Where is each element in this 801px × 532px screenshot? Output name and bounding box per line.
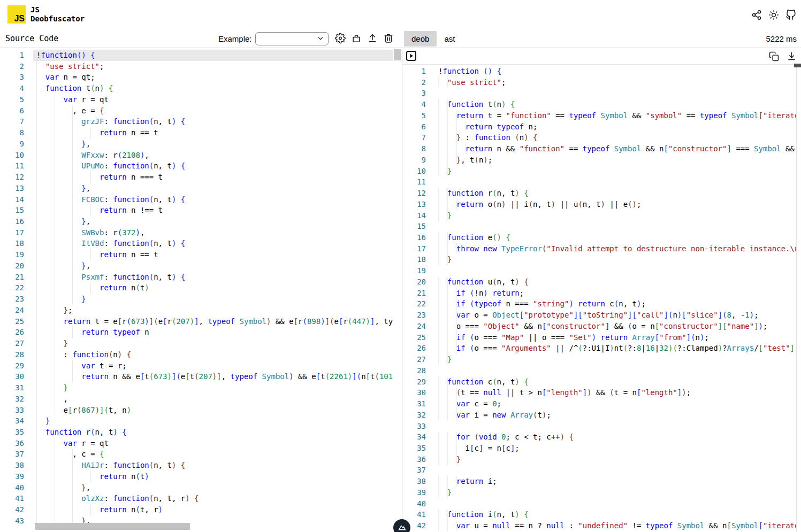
line-number: 41 (0, 493, 24, 504)
run-icon[interactable] (406, 51, 416, 61)
code-line: 9 }, (0, 138, 393, 150)
code-line: 19 return n == t (0, 249, 393, 260)
clean-icon[interactable] (351, 33, 362, 43)
code-line: 22 if (typeof n === "string") return c(n… (403, 298, 797, 310)
code-line: 19 (403, 265, 797, 276)
code-line: 11 (403, 176, 797, 188)
code-line: 40 (403, 498, 797, 510)
line-number: 6 (0, 105, 24, 117)
line-number: 14 (403, 210, 426, 221)
line-number: 2 (0, 61, 24, 72)
upload-icon[interactable] (367, 33, 378, 43)
mountain-icon (396, 522, 408, 532)
line-number: 10 (0, 150, 24, 161)
code-line: 37 (403, 465, 797, 476)
line-number: 16 (0, 216, 24, 227)
code-line: 18 } (403, 254, 797, 265)
theme-sun-icon[interactable] (768, 10, 779, 20)
settings-icon[interactable] (335, 33, 346, 43)
line-number: 8 (403, 143, 426, 155)
code-line: 7 } : function (n) { (403, 132, 797, 143)
line-number: 17 (403, 243, 426, 255)
code-line: 35 function r(n, t) { (0, 427, 393, 438)
line-number: 29 (0, 360, 24, 372)
line-number: 43 (0, 515, 24, 527)
code-line: 6 , e = { (0, 105, 393, 117)
copy-icon[interactable] (768, 51, 779, 61)
github-icon[interactable] (785, 10, 796, 20)
code-line: 6 return typeof n; (403, 121, 797, 133)
example-select[interactable] (255, 32, 329, 45)
code-line: 32 var i = new Array(t); (403, 410, 797, 421)
output-scrollbar-track[interactable] (796, 65, 797, 532)
line-number: 25 (0, 316, 24, 327)
js-logo-text: JS (14, 14, 25, 23)
source-vertical-scrollbar-thumb[interactable] (394, 49, 401, 60)
code-line: 13 return o(n) || i(n, t) || u(n, t) || … (403, 199, 797, 210)
floating-badge[interactable] (393, 519, 410, 532)
line-number: 24 (403, 321, 426, 332)
line-number: 3 (403, 88, 426, 99)
line-number: 35 (0, 427, 24, 438)
line-number: 27 (403, 354, 426, 365)
code-line: 15 return n !== t (0, 205, 393, 216)
view-tabs: deob ast (404, 31, 462, 47)
code-line: 24 o === "Object" && n["constructor"] &&… (403, 321, 797, 332)
code-line: 22 return n(t) (0, 282, 393, 294)
output-actions (768, 51, 797, 61)
code-line: 41 olzXz: function(n, t, r) { (0, 493, 393, 504)
line-number: 11 (403, 176, 426, 188)
tab-deob[interactable]: deob (404, 31, 437, 47)
code-line: 36 var r = qt (0, 438, 393, 449)
line-number: 10 (403, 166, 426, 177)
code-line: 2 "use strict"; (403, 77, 797, 88)
tab-ast[interactable]: ast (437, 31, 462, 47)
line-number: 4 (0, 83, 24, 94)
share-icon[interactable] (751, 10, 762, 20)
js-logo: JS (7, 5, 26, 24)
source-code-lines: 1!function() {2 "use strict";3 var n = q… (0, 50, 393, 532)
code-line: 30 return n && e[t(673)](e[t(207)], type… (0, 371, 393, 382)
line-number: 40 (0, 482, 24, 494)
header-actions (751, 10, 796, 20)
line-number: 36 (403, 454, 426, 465)
code-line: 23 var o = Object["prototype"]["toString… (403, 310, 797, 321)
toolbar-icon-buttons (335, 33, 394, 43)
line-number: 9 (403, 155, 426, 166)
line-number: 27 (0, 338, 24, 349)
line-number: 34 (0, 415, 24, 427)
code-line: 33 e[r(867)](t, n) (0, 405, 393, 416)
line-number: 17 (0, 227, 24, 238)
line-number: 13 (403, 199, 426, 210)
code-line: 5 return t = "function" == typeof Symbol… (403, 110, 797, 121)
code-line: 28 (403, 365, 797, 376)
download-icon[interactable] (786, 51, 797, 61)
line-number: 29 (403, 376, 426, 388)
output-scrollbar-thumb[interactable] (794, 64, 801, 67)
line-number: 39 (403, 487, 426, 498)
line-number: 15 (403, 221, 426, 232)
line-number: 20 (403, 276, 426, 288)
line-number: 6 (403, 121, 426, 133)
code-line: 16 }, (0, 216, 393, 227)
line-number: 23 (0, 294, 24, 305)
source-horizontal-scrollbar-thumb[interactable] (35, 523, 190, 530)
line-number: 38 (403, 476, 426, 487)
line-number: 2 (403, 77, 426, 88)
code-line: 38 HAiJr: function(n, t) { (0, 460, 393, 471)
line-number: 3 (0, 72, 24, 83)
line-number: 8 (0, 127, 24, 138)
code-line: 41 function i(n, t) { (403, 509, 797, 520)
code-line: 7 grzJF: function(n, t) { (0, 116, 393, 127)
code-line: 20 }, (0, 260, 393, 272)
line-number: 18 (403, 254, 426, 265)
line-number: 11 (0, 160, 24, 172)
delete-icon[interactable] (383, 33, 394, 43)
code-line: 5 var r = qt (0, 94, 393, 105)
app-title: JSDeobfuscator (30, 5, 85, 24)
code-line: 18 ItVBd: function(n, t) { (0, 238, 393, 249)
line-number: 30 (0, 371, 24, 382)
code-line: 25 return t = e[r(673)](e[r(207)], typeo… (0, 316, 393, 327)
source-editor[interactable]: 1!function() {2 "use strict";3 var n = q… (0, 48, 402, 532)
line-number: 37 (0, 449, 24, 460)
